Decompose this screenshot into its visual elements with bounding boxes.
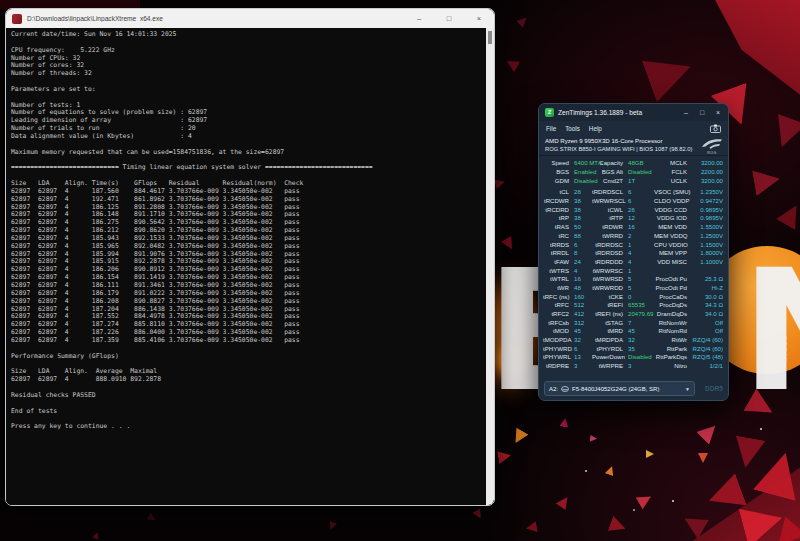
timing-row: tRAS50tRDWR16MEM VDD1.5500V — [543, 222, 724, 231]
timing-label: Nitro — [654, 362, 690, 369]
timing-label: tRDRDDD — [592, 258, 626, 265]
timing-label: tRCDRD — [543, 206, 572, 213]
timing-label: UCLK — [654, 177, 690, 184]
wallpaper-shard — [327, 521, 337, 531]
timing-label: tPHYRDL — [592, 345, 626, 352]
timing-label: tRRDS — [543, 241, 572, 248]
timing-row: tMOD45tMRD45RttNomRdOff — [543, 327, 724, 336]
timing-row: tRCDWR38tWRWRSCL6CLDO VDDP0.9472V — [543, 196, 724, 205]
wallpaper-dot — [585, 470, 587, 472]
terminal-output: Current date/time: Sun Nov 16 14:01:33 2… — [6, 28, 494, 431]
timing-value: Off — [690, 319, 724, 326]
terminal-scrollbar[interactable] — [486, 28, 494, 505]
timing-value: 3 — [626, 362, 654, 369]
timing-value: 312 — [572, 319, 592, 326]
wallpaper-dot — [672, 500, 674, 502]
terminal-titlebar[interactable]: D:\Downloads\linpack\LinpackXtreme_x64.e… — [6, 9, 494, 28]
timing-value: 24 — [572, 258, 592, 265]
timing-value: 48 — [572, 284, 592, 291]
rog-eye-icon — [701, 138, 723, 150]
timing-value: 4 — [626, 249, 654, 256]
timing-row: tFAW24tRDRDDD4VDD MISC1.1000V — [543, 257, 724, 266]
timing-row: tWTRS4tWRWRSC1 — [543, 266, 724, 275]
zentimings-close-button[interactable]: × — [710, 105, 726, 120]
timing-value: 34.0 Ω — [690, 310, 724, 317]
terminal-close-button[interactable]: × — [464, 9, 494, 28]
menu-item-file[interactable]: File — [546, 125, 556, 132]
timing-value: 1.2350V — [690, 188, 724, 195]
timing-label: tMOD — [543, 327, 572, 334]
wallpaper-side-text: STRIX — [782, 336, 788, 364]
timing-value: 5 — [626, 275, 654, 282]
timing-label: tMRD — [592, 327, 626, 334]
menu-item-help[interactable]: Help — [589, 125, 602, 132]
timing-label: tRDRDSD — [592, 249, 626, 256]
timing-value: 512 — [572, 301, 592, 308]
timing-value: 160 — [572, 293, 592, 300]
zentimings-app-icon: Z — [545, 108, 554, 117]
timing-row: tRFC512tREFI65535ProcDqDs34.3 Ω — [543, 301, 724, 310]
console-icon — [12, 14, 22, 24]
timing-value: RZQ/4 (60) — [690, 336, 724, 343]
zentimings-titlebar[interactable]: Z ZenTimings 1.36.1889 - beta – □ × — [539, 104, 728, 121]
zentimings-title: ZenTimings 1.36.1889 - beta — [558, 109, 678, 116]
terminal-maximize-button[interactable]: □ — [434, 9, 464, 28]
wallpaper-shard — [768, 114, 800, 152]
gskill-logo-icon — [561, 386, 569, 392]
timing-label: MEM VDD — [654, 223, 690, 230]
timing-value: 0 — [626, 293, 654, 300]
zentimings-minimize-button[interactable]: – — [678, 105, 694, 120]
wallpaper-shard — [635, 490, 654, 509]
wallpaper-shard — [605, 465, 617, 477]
wallpaper-shard — [494, 177, 506, 189]
timing-value: 32 — [626, 336, 654, 343]
timing-label: tRCDWR — [543, 197, 572, 204]
timing-value: 3200.00 — [690, 159, 724, 166]
timing-value: 38 — [572, 214, 592, 221]
zentimings-menubar: File Tools Help — [539, 121, 728, 135]
timing-value: RZQ/4 (60) — [690, 345, 724, 352]
timing-value: 1.5500V — [690, 223, 724, 230]
zentimings-system-info: AMD Ryzen 9 9950X3D 16-Core Processor RO… — [539, 135, 728, 156]
wallpaper-shard — [590, 435, 598, 443]
terminal-minimize-button[interactable]: – — [404, 9, 434, 28]
timing-row: tRFC (ns)160tCKE0ProcCaDs30.0 Ω — [543, 292, 724, 301]
timing-row: tRC88tWRRD2MEM VDDQ1.2500V — [543, 231, 724, 240]
timing-label: VDD MISC — [654, 258, 690, 265]
timing-label: CPU VDDIO — [654, 241, 690, 248]
timing-value: 2200.00 — [690, 168, 724, 175]
timing-label: tWRWRSD — [592, 275, 626, 282]
zentimings-maximize-button[interactable]: □ — [694, 105, 710, 120]
timing-label: tWRWRSCL — [592, 197, 626, 204]
timing-value: 26 — [626, 206, 654, 213]
timing-row: tRRDS6tRDRDSC1CPU VDDIO1.1500V — [543, 240, 724, 249]
terminal-scrollbar-thumb[interactable] — [488, 31, 492, 44]
timing-label: tWRRD — [592, 232, 626, 239]
timing-value: 0.9472V — [690, 197, 724, 204]
timing-value: 1.1500V — [690, 241, 724, 248]
timing-label: CLDO VDDP — [654, 197, 690, 204]
timing-label: PowerDown — [592, 353, 626, 360]
timing-value: 32 — [572, 336, 592, 343]
zentimings-bottom-bar: A2: F5-8400J4052G24G (24GB, SR) ▼ DDR5 — [544, 381, 723, 396]
chevron-down-icon: ▼ — [685, 386, 690, 392]
timing-label: tRP — [543, 214, 572, 221]
timing-value: 50 — [572, 223, 592, 230]
dimm-selector-dropdown[interactable]: A2: F5-8400J4052G24G (24GB, SR) ▼ — [544, 381, 695, 396]
timing-label: tRDWR — [592, 223, 626, 230]
timing-value: 12 — [626, 214, 654, 221]
timing-row: tPHYWRL13PowerDownDisabledRttParkDqsRZQ/… — [543, 353, 724, 362]
timing-label: RttNomRd — [654, 327, 690, 334]
timing-label: tRFC2 — [543, 310, 572, 317]
timing-value: 1 — [626, 241, 654, 248]
screenshot-button[interactable] — [710, 124, 721, 133]
motherboard-name: ROG STRIX B850-I GAMING WIFI | BIOS 1087… — [545, 146, 722, 152]
wallpaper-shard — [516, 14, 530, 28]
dimm-slot-label: A2: — [549, 386, 558, 392]
terminal-title: D:\Downloads\linpack\LinpackXtreme_x64.e… — [27, 15, 404, 22]
timing-label: RttParkDqs — [654, 353, 690, 360]
timing-value: 45 — [572, 327, 592, 334]
menu-item-tools[interactable]: Tools — [565, 125, 580, 132]
timing-value: Off — [690, 327, 724, 334]
timing-label: BGS — [543, 168, 572, 175]
